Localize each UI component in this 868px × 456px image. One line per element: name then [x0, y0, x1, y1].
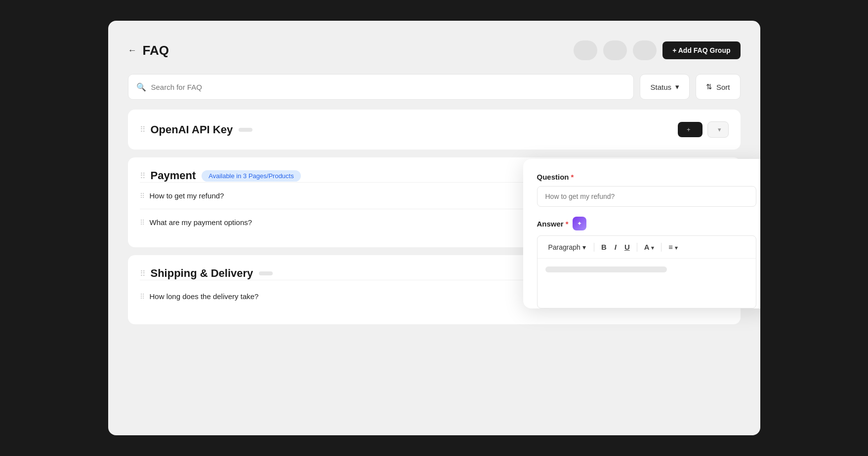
group-shipping-left: ⠿ Shipping & Delivery [140, 267, 273, 280]
question-section-label: Question * [537, 173, 756, 181]
page-header: ← FAQ + Add FAQ Group [128, 40, 741, 60]
chevron-down-icon: ▾ [718, 126, 721, 133]
bold-button[interactable]: B [598, 241, 610, 253]
editor-placeholder-line [545, 266, 667, 272]
status-filter-button[interactable]: Status ▾ [640, 74, 690, 100]
search-input[interactable] [151, 83, 626, 91]
group-openai-dropdown[interactable]: ▾ [707, 121, 729, 138]
status-filter-label: Status [650, 83, 671, 91]
chevron-align: ▾ [675, 245, 678, 251]
group-payment-title: Payment [151, 169, 196, 182]
sort-label: Sort [716, 83, 730, 91]
back-button[interactable]: ← [128, 45, 137, 56]
ai-icon-button[interactable]: ✦ [573, 217, 586, 230]
search-box: 🔍 [128, 74, 634, 100]
chevron-down-icon: ▾ [675, 82, 679, 91]
group-openai-actions: + ▾ [678, 121, 729, 138]
payment-available-badge: Available in 3 Pages/Products [202, 170, 300, 182]
browser-window: ← FAQ + Add FAQ Group 🔍 Status ▾ ⇅ Sort … [108, 21, 760, 435]
search-icon: 🔍 [136, 82, 146, 92]
font-color-button[interactable]: A ▾ [641, 241, 657, 253]
paragraph-label: Paragraph [548, 243, 580, 251]
header-pill-3[interactable] [633, 40, 657, 60]
header-pill-1[interactable] [574, 40, 597, 60]
editor-panel: Question * Answer * ✦ Paragraph ▾ B I [523, 159, 760, 308]
toolbar-separator-1 [594, 243, 594, 252]
group-openai-badge [239, 128, 252, 132]
drag-handle-openai[interactable]: ⠿ [140, 125, 145, 134]
add-faq-group-button[interactable]: + Add FAQ Group [662, 41, 740, 59]
answer-label: Answer [537, 220, 564, 228]
editor-toolbar: Paragraph ▾ B I U A ▾ ≡ ▾ [537, 236, 756, 259]
rich-text-editor: Paragraph ▾ B I U A ▾ ≡ ▾ [537, 235, 756, 308]
header-pill-2[interactable] [603, 40, 627, 60]
underline-button[interactable]: U [621, 241, 633, 253]
group-openai-left: ⠿ OpenAI API Key [140, 123, 253, 136]
add-item-openai-button[interactable]: + [678, 122, 703, 137]
editor-body[interactable] [537, 259, 756, 308]
paragraph-chevron: ▾ [582, 243, 586, 251]
header-left: ← FAQ [128, 43, 169, 58]
question-label: Question [537, 173, 569, 181]
italic-button[interactable]: I [612, 241, 620, 253]
group-shipping-title: Shipping & Delivery [151, 267, 253, 280]
toolbar-separator-3 [661, 243, 661, 252]
search-filter-row: 🔍 Status ▾ ⇅ Sort [128, 74, 741, 100]
group-shipping-badge [259, 271, 273, 275]
ai-sparkle-icon: ✦ [577, 220, 582, 227]
group-payment-left: ⠿ Payment Available in 3 Pages/Products [140, 169, 301, 182]
drag-handle-shipping[interactable]: ⠿ [140, 269, 145, 278]
align-button[interactable]: ≡ ▾ [665, 241, 681, 253]
group-openai-title: OpenAI API Key [151, 123, 233, 136]
faq-group-openai-header: ⠿ OpenAI API Key + ▾ [140, 121, 729, 138]
answer-section-label: Answer * [537, 220, 569, 228]
question-input[interactable] [537, 186, 756, 207]
faq-group-openai: ⠿ OpenAI API Key + ▾ [128, 110, 741, 150]
answer-label-row: Answer * ✦ [537, 217, 756, 230]
drag-handle-payment[interactable]: ⠿ [140, 171, 145, 181]
sort-icon: ⇅ [706, 82, 712, 91]
sort-button[interactable]: ⇅ Sort [696, 74, 741, 100]
toolbar-separator-2 [637, 243, 637, 252]
drag-handle-payment-options[interactable]: ⠿ [140, 219, 144, 227]
drag-handle-refund[interactable]: ⠿ [140, 192, 144, 200]
paragraph-selector[interactable]: Paragraph ▾ [544, 241, 590, 253]
header-right: + Add FAQ Group [574, 40, 740, 60]
page-title: FAQ [143, 43, 169, 58]
plus-icon: + [687, 126, 691, 133]
question-required-star: * [571, 173, 574, 181]
drag-handle-delivery[interactable]: ⠿ [140, 293, 144, 301]
answer-required-star: * [566, 220, 569, 228]
chevron-color: ▾ [651, 245, 654, 251]
